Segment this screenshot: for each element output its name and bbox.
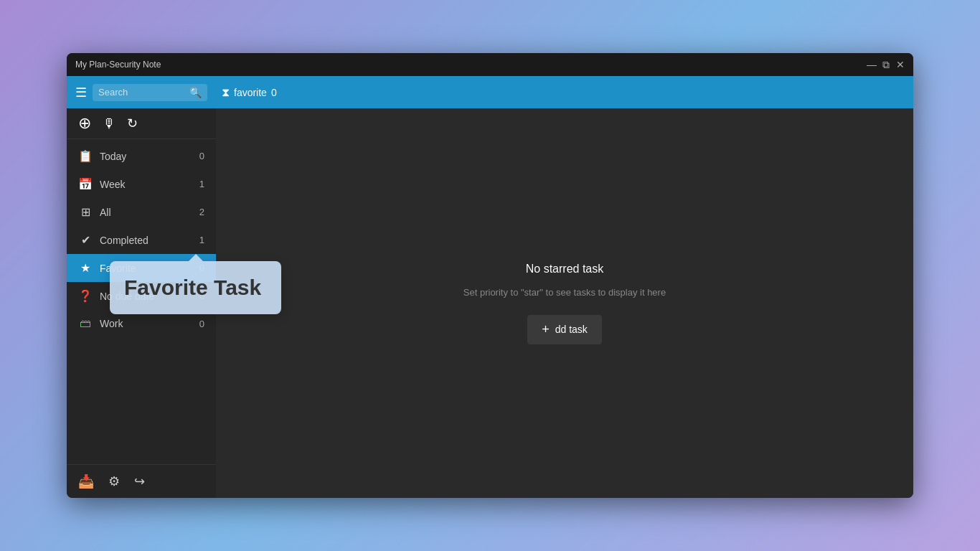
maximize-button[interactable]: ⧉	[882, 60, 890, 69]
work-count: 0	[193, 319, 204, 329]
no-due-date-icon: ❓	[78, 289, 93, 303]
add-task-button[interactable]: + dd task	[527, 315, 602, 344]
tooltip-arrow	[189, 254, 203, 261]
today-count: 0	[193, 151, 204, 161]
top-bar: ☰ 🔍 ⧗ favorite 0	[67, 76, 913, 108]
search-container: 🔍	[93, 84, 207, 101]
import-button[interactable]: 📥	[78, 474, 94, 489]
favorite-icon: ★	[78, 261, 93, 275]
search-input[interactable]	[98, 87, 185, 98]
week-label: Week	[100, 179, 186, 190]
share-button[interactable]: ↪	[134, 474, 145, 489]
all-icon: ⊞	[78, 205, 93, 219]
close-button[interactable]: ✕	[896, 60, 905, 69]
title-bar: My Plan-Security Note — ⧉ ✕	[67, 53, 913, 76]
tooltip-text: Favorite Task	[124, 276, 261, 299]
hamburger-button[interactable]: ☰	[75, 85, 87, 100]
add-task-label: dd task	[555, 324, 588, 335]
refresh-button[interactable]: ↻	[127, 116, 138, 131]
content-area: No starred task Set priority to "star" t…	[216, 108, 913, 498]
hourglass-icon: ⧗	[222, 86, 230, 99]
empty-state-title: No starred task	[526, 263, 603, 276]
add-task-icon: +	[542, 322, 550, 337]
sidebar-item-completed[interactable]: ✔ Completed 1	[67, 226, 216, 254]
completed-icon: ✔	[78, 233, 93, 247]
window-controls: — ⧉ ✕	[867, 60, 905, 69]
tab-label: favorite	[234, 87, 267, 98]
completed-count: 1	[193, 235, 204, 245]
favorite-tab: ⧗ favorite 0	[222, 86, 277, 99]
app-window: My Plan-Security Note — ⧉ ✕ ☰ 🔍 ⧗ favori…	[67, 53, 913, 498]
search-icon[interactable]: 🔍	[189, 87, 202, 98]
sidebar-item-today[interactable]: 📋 Today 0	[67, 142, 216, 170]
sidebar-toolbar: ⊕ 🎙 ↻	[67, 108, 216, 139]
empty-state-subtitle: Set priority to "star" to see tasks to d…	[463, 287, 666, 298]
week-count: 1	[193, 179, 204, 189]
today-icon: 📋	[78, 149, 93, 163]
all-label: All	[100, 207, 186, 218]
week-icon: 📅	[78, 177, 93, 191]
work-icon: 🗃	[78, 317, 93, 330]
sidebar-item-all[interactable]: ⊞ All 2	[67, 198, 216, 226]
window-title: My Plan-Security Note	[75, 60, 161, 70]
today-label: Today	[100, 151, 186, 162]
mic-button[interactable]: 🎙	[103, 116, 116, 131]
all-count: 2	[193, 207, 204, 217]
settings-button[interactable]: ⚙	[108, 474, 120, 489]
completed-label: Completed	[100, 235, 186, 246]
sidebar-item-week[interactable]: 📅 Week 1	[67, 170, 216, 198]
sidebar-footer: 📥 ⚙ ↪	[67, 464, 216, 498]
minimize-button[interactable]: —	[867, 60, 876, 69]
work-label: Work	[100, 318, 186, 329]
tab-count: 0	[271, 87, 277, 98]
tooltip-favorite-task: Favorite Task	[110, 261, 281, 314]
add-button[interactable]: ⊕	[78, 116, 91, 131]
